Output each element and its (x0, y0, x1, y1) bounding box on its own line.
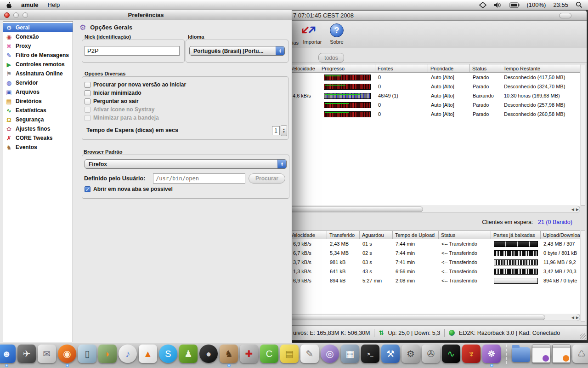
upload-row[interactable]: 6,9 kB/s894 kB5:27 min2:08 min<-- Transf… (288, 276, 580, 285)
adium-duck-icon[interactable]: ♟ (179, 345, 198, 363)
uploads-vscrollbar[interactable] (581, 230, 585, 322)
uploads-col-header[interactable]: Tempo de Upload (393, 231, 439, 239)
download-row[interactable]: 0Auto [Alto]ParadoDesconhecido (324,70 M… (288, 82, 580, 91)
scroll-thumb[interactable] (289, 207, 423, 212)
scroll-arrows[interactable]: ◀▶ (571, 314, 579, 321)
downloads-list[interactable]: 0Auto [Alto]ParadoDesconhecido (417,50 M… (288, 73, 580, 206)
checkbox-row[interactable]: Iniciar minimizado (85, 89, 186, 97)
app-menu-amule[interactable]: amule (21, 1, 39, 8)
documents-folder-icon[interactable] (512, 345, 530, 363)
checkbox-row[interactable]: Perguntar ao sair (85, 97, 186, 105)
download-row[interactable]: 0Auto [Alto]ParadoDesconhecido (257,98 M… (288, 100, 580, 109)
activity-monitor-icon[interactable]: ∿ (442, 345, 460, 363)
sidebar-item-assinatura-online[interactable]: ⚑Assinatura Online (3, 69, 73, 78)
sidebar-item-seguran-a[interactable]: ΩSegurança (3, 115, 73, 124)
checkbox-icon[interactable] (85, 107, 90, 113)
menu-clock[interactable]: 23:55 (553, 1, 568, 8)
upload-row[interactable]: 6,7 kB/s5,34 MB02 s7:44 min<-- Transferi… (288, 248, 580, 258)
keychain-icon[interactable]: ✇ (422, 345, 440, 363)
vlc-icon[interactable]: ▲ (139, 345, 157, 363)
scroll-arrows[interactable]: ◀▶ (571, 206, 579, 213)
sidebar-item-diret-rios[interactable]: ▤Diretórios (3, 97, 73, 106)
sidebar-item-servidor[interactable]: ◍Servidor (3, 78, 73, 87)
language-popup[interactable]: Português (Brasil) [Portu... ▲▼ (189, 46, 285, 56)
sidebar-item-core-tweaks[interactable]: ✗CORE Tweaks (3, 133, 73, 143)
downloads-header-row[interactable]: VelocidadeProgressoFontesPrioridadeStatu… (288, 64, 580, 73)
checkbox-icon[interactable] (85, 98, 90, 104)
browser-popup[interactable]: Firefox ▲▼ (85, 159, 287, 169)
amule-donkey-icon[interactable]: ♞ (220, 345, 238, 363)
sidebar-item-ajustes-finos[interactable]: ✿Ajustes finos (3, 124, 73, 133)
itunes-icon[interactable]: ♪ (119, 345, 137, 363)
uploads-col-header[interactable]: Velocidade (288, 231, 327, 239)
firefox-icon[interactable]: ◉ (58, 345, 76, 363)
fish-app-icon[interactable]: ● (199, 345, 218, 363)
mobile-device-icon[interactable]: ▯ (78, 345, 96, 363)
nick-input[interactable] (85, 46, 180, 56)
rss-reader-icon[interactable]: ◗ (98, 345, 117, 363)
terminal-icon[interactable]: >_ (361, 345, 379, 363)
downloads-col-header[interactable]: Velocidade (288, 64, 319, 72)
uploads-hscrollbar[interactable]: ◀▶ (288, 314, 580, 321)
downloads-vscrollbar[interactable] (581, 64, 585, 206)
battery-icon[interactable] (509, 2, 520, 8)
spotlight-icon[interactable] (576, 1, 582, 8)
toolbar-toggle-lozenge[interactable] (559, 13, 571, 18)
airport-icon[interactable] (479, 2, 486, 8)
finder-icon[interactable]: ☻ (0, 345, 16, 363)
downloads-col-header[interactable]: Prioridade (428, 64, 470, 72)
checkbox-row[interactable]: Procurar por nova versão ao iniciar (85, 80, 186, 89)
sidebar-item-controles-remotos[interactable]: ▶Controles remotos (3, 60, 73, 69)
sidebar-item-geral[interactable]: ⚙Geral (3, 23, 73, 32)
tooltip-delay-value[interactable]: 1 (272, 126, 280, 135)
sidebar-item-conex-o[interactable]: ◉Conexão (3, 32, 73, 41)
downloads-col-header[interactable]: Tempo Restante (501, 64, 580, 72)
apple-menu-icon[interactable] (6, 1, 12, 9)
textedit-icon[interactable]: ✎ (300, 345, 319, 363)
downloads-col-header[interactable]: Status (470, 64, 501, 72)
xcode-icon[interactable]: ⚒ (381, 345, 400, 363)
sidebar-item-filtro-de-mensagens[interactable]: ✎Filtro de Mensagens (3, 51, 73, 60)
browse-button[interactable]: Procurar (249, 173, 285, 184)
custom-browser-input[interactable] (153, 173, 245, 184)
uploads-col-header[interactable]: Transferido (327, 231, 360, 239)
checkbox-icon[interactable] (85, 115, 90, 121)
uploads-col-header[interactable]: Aguardou (360, 231, 393, 239)
checkbox-row[interactable]: Minimizar para a bandeja (85, 114, 186, 122)
devil-app-icon[interactable]: ♆ (462, 345, 481, 363)
uploads-list[interactable]: 6,9 kB/s2,43 MB01 s7:44 min<-- Transferi… (288, 239, 580, 314)
uploads-col-header[interactable]: Partes já baixadas (491, 231, 541, 239)
mail-icon[interactable]: ✉ (38, 345, 56, 363)
preferences-titlebar[interactable]: Preferências (0, 10, 292, 20)
uploads-header-row[interactable]: VelocidadeTransferidoAguardouTempo de Up… (288, 230, 580, 239)
sidebar-item-proxy[interactable]: ✖Proxy (3, 41, 73, 51)
checkbox-icon[interactable] (85, 90, 90, 96)
quicksilver-icon[interactable]: ✈ (17, 345, 36, 363)
grid-app-icon[interactable]: ▦ (341, 345, 359, 363)
download-row[interactable]: 0Auto [Alto]ParadoDesconhecido (260,58 M… (288, 109, 580, 119)
stickies-icon[interactable]: ▤ (280, 345, 299, 363)
porthole-app-icon[interactable]: ◎ (321, 345, 339, 363)
checkbox-icon[interactable] (85, 82, 90, 88)
downloads-col-header[interactable]: Progresso (319, 64, 375, 72)
resize-grip[interactable] (580, 334, 586, 339)
transmission-lever-icon[interactable]: ✚ (240, 345, 258, 363)
uploads-col-header[interactable]: Upload/Download (541, 231, 580, 239)
menu-help[interactable]: Help (48, 1, 60, 8)
upload-row[interactable]: 3,7 kB/s981 kB03 s7:41 min<-- Transferin… (288, 258, 580, 267)
minimized-window-octopus[interactable] (532, 345, 550, 363)
tab-todos[interactable]: todos (318, 53, 344, 63)
trash-icon[interactable]: ♺ (572, 345, 588, 363)
downloads-hscrollbar[interactable]: ◀▶ (288, 206, 580, 213)
skype-icon[interactable]: S (159, 345, 177, 363)
upload-row[interactable]: 6,9 kB/s2,43 MB01 s7:44 min<-- Transferi… (288, 239, 580, 248)
about-button[interactable]: ? Sobre (321, 23, 352, 45)
sidebar-item-arquivos[interactable]: ▣Arquivos (3, 87, 73, 97)
coteditor-icon[interactable]: C (260, 345, 278, 363)
minimized-window-firefox[interactable] (552, 345, 571, 363)
system-preferences-icon[interactable]: ⚙ (401, 345, 420, 363)
open-new-tab-row[interactable]: ✓ Abrir em nova aba se possível (85, 186, 173, 192)
download-row[interactable]: 4,6 kB/s46/49 (1)Auto [Alto]Baixando10:3… (288, 91, 580, 100)
sidebar-item-eventos[interactable]: ♞Eventos (3, 143, 73, 152)
checkbox-row[interactable]: Ativar ícone no Systray (85, 105, 186, 114)
